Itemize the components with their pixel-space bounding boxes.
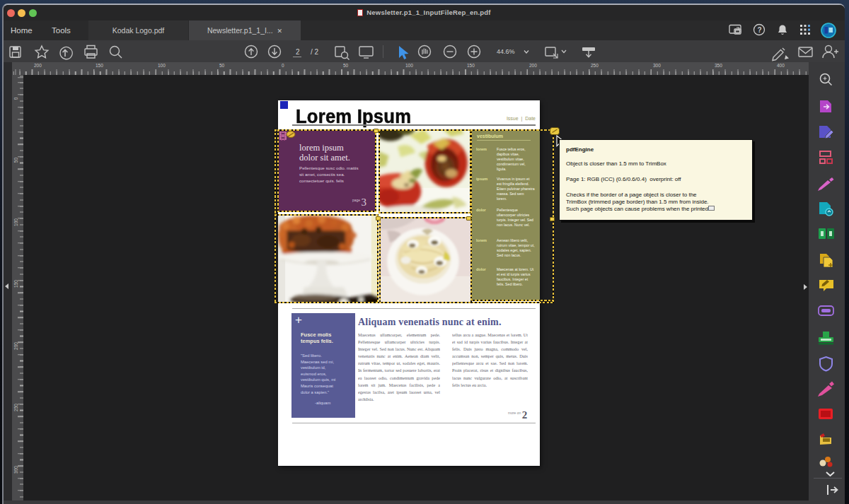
svg-text:44.6%: 44.6% [497, 48, 515, 55]
svg-text:?: ? [758, 26, 762, 34]
svg-text:/ 2: / 2 [311, 48, 319, 56]
svg-text:2: 2 [296, 48, 300, 56]
